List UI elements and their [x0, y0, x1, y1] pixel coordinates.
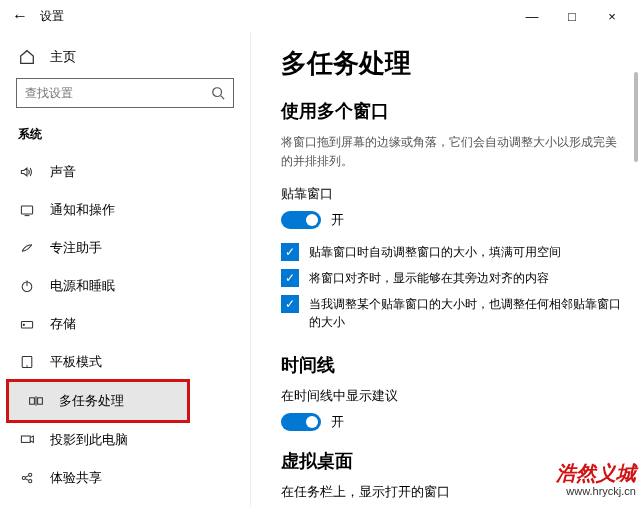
- toggle-knob: [306, 214, 318, 226]
- sidebar-item-label: 投影到此电脑: [50, 431, 128, 449]
- svg-rect-2: [21, 206, 32, 214]
- sidebar: 主页 系统 声音 通知和操作 专注助手 电源和睡眠: [0, 32, 250, 506]
- multitasking-icon: [27, 392, 45, 410]
- project-icon: [18, 431, 36, 449]
- sidebar-item-label: 电源和睡眠: [50, 277, 115, 295]
- sidebar-item-shared[interactable]: 体验共享: [0, 459, 250, 497]
- svg-line-1: [221, 96, 225, 100]
- home-nav[interactable]: 主页: [0, 40, 250, 78]
- snap-toggle[interactable]: [281, 211, 321, 229]
- svg-point-15: [29, 480, 32, 483]
- sidebar-item-label: 存储: [50, 315, 76, 333]
- timeline-toggle[interactable]: [281, 413, 321, 431]
- scrollbar[interactable]: [634, 72, 638, 162]
- search-icon: [211, 86, 225, 100]
- sidebar-item-notifications[interactable]: 通知和操作: [0, 191, 250, 229]
- back-button[interactable]: ←: [8, 7, 32, 25]
- category-title: 系统: [0, 122, 250, 153]
- sidebar-item-sound[interactable]: 声音: [0, 153, 250, 191]
- tablet-icon: [18, 353, 36, 371]
- content: 主页 系统 声音 通知和操作 专注助手 电源和睡眠: [0, 32, 640, 506]
- main-panel: 多任务处理 使用多个窗口 将窗口拖到屏幕的边缘或角落，它们会自动调整大小以形成完…: [250, 32, 640, 506]
- window-controls: — □ ×: [512, 9, 632, 24]
- search-field[interactable]: [25, 86, 185, 100]
- sidebar-item-power[interactable]: 电源和睡眠: [0, 267, 250, 305]
- watermark-url: www.hryckj.cn: [556, 485, 636, 498]
- sidebar-item-label: 平板模式: [50, 353, 102, 371]
- check-label: 将窗口对齐时，显示能够在其旁边对齐的内容: [309, 269, 549, 287]
- section-timeline-title: 时间线: [281, 353, 628, 377]
- snap-toggle-state: 开: [331, 211, 344, 229]
- check-row-2: ✓ 将窗口对齐时，显示能够在其旁边对齐的内容: [281, 269, 628, 287]
- checkbox[interactable]: ✓: [281, 269, 299, 287]
- watermark-logo: 浩然义城: [556, 461, 636, 485]
- sidebar-item-multitasking[interactable]: 多任务处理: [9, 382, 187, 420]
- check-row-3: ✓ 当我调整某个贴靠窗口的大小时，也调整任何相邻贴靠窗口的大小: [281, 295, 628, 331]
- sidebar-item-label: 专注助手: [50, 239, 102, 257]
- sidebar-item-focus[interactable]: 专注助手: [0, 229, 250, 267]
- search-input[interactable]: [16, 78, 234, 108]
- svg-rect-10: [38, 398, 43, 404]
- svg-point-0: [213, 88, 222, 97]
- check-label: 当我调整某个贴靠窗口的大小时，也调整任何相邻贴靠窗口的大小: [309, 295, 628, 331]
- sidebar-item-label: 多任务处理: [59, 392, 124, 410]
- home-icon: [18, 48, 36, 66]
- sidebar-item-tablet[interactable]: 平板模式: [0, 343, 250, 381]
- checkbox[interactable]: ✓: [281, 295, 299, 313]
- power-icon: [18, 277, 36, 295]
- notifications-icon: [18, 201, 36, 219]
- toggle-knob: [306, 416, 318, 428]
- check-label: 贴靠窗口时自动调整窗口的大小，填满可用空间: [309, 243, 561, 261]
- timeline-toggle-row: 开: [281, 413, 628, 431]
- sidebar-item-storage[interactable]: 存储: [0, 305, 250, 343]
- timeline-toggle-state: 开: [331, 413, 344, 431]
- close-button[interactable]: ×: [592, 9, 632, 24]
- sidebar-item-label: 通知和操作: [50, 201, 115, 219]
- check-row-1: ✓ 贴靠窗口时自动调整窗口的大小，填满可用空间: [281, 243, 628, 261]
- svg-rect-12: [21, 436, 30, 442]
- focus-icon: [18, 239, 36, 257]
- sidebar-item-project[interactable]: 投影到此电脑: [0, 421, 250, 459]
- svg-line-16: [25, 476, 28, 478]
- sidebar-item-label: 体验共享: [50, 469, 102, 487]
- storage-icon: [18, 315, 36, 333]
- home-label: 主页: [50, 48, 76, 66]
- window-title: 设置: [40, 8, 64, 25]
- svg-line-17: [25, 479, 28, 481]
- titlebar: ← 设置 — □ ×: [0, 0, 640, 32]
- svg-point-6: [23, 324, 24, 325]
- sound-icon: [18, 163, 36, 181]
- watermark: 浩然义城 www.hryckj.cn: [556, 461, 636, 498]
- page-heading: 多任务处理: [281, 46, 628, 81]
- snap-toggle-row: 开: [281, 211, 628, 229]
- timeline-sub: 在时间线中显示建议: [281, 387, 628, 405]
- svg-point-13: [22, 476, 25, 479]
- section-windows-desc: 将窗口拖到屏幕的边缘或角落，它们会自动调整大小以形成完美的并排排列。: [281, 133, 628, 171]
- minimize-button[interactable]: —: [512, 9, 552, 24]
- search-wrap: [0, 78, 250, 122]
- svg-point-14: [29, 473, 32, 476]
- checkbox[interactable]: ✓: [281, 243, 299, 261]
- maximize-button[interactable]: □: [552, 9, 592, 24]
- highlight-annotation: 多任务处理: [6, 379, 190, 423]
- svg-rect-9: [30, 398, 35, 404]
- shared-icon: [18, 469, 36, 487]
- section-windows-title: 使用多个窗口: [281, 99, 628, 123]
- snap-label: 贴靠窗口: [281, 185, 628, 203]
- sidebar-item-label: 声音: [50, 163, 76, 181]
